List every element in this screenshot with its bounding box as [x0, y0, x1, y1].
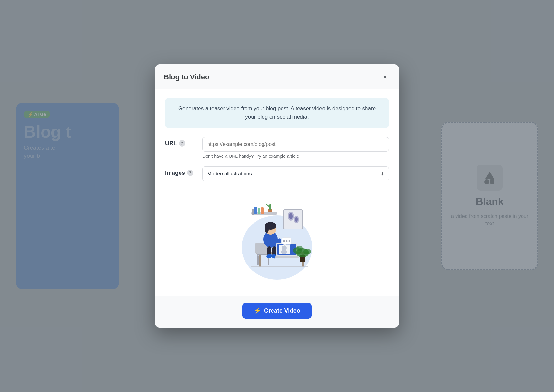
- svg-rect-18: [259, 254, 261, 267]
- svg-point-42: [289, 240, 290, 242]
- close-button[interactable]: ×: [380, 72, 390, 82]
- info-box: Generates a teaser video from your blog …: [165, 98, 389, 128]
- modal-header: Blog to Video ×: [155, 64, 399, 89]
- svg-point-36: [282, 245, 287, 251]
- svg-point-14: [289, 213, 293, 219]
- svg-point-27: [265, 227, 269, 233]
- svg-rect-38: [275, 256, 299, 258]
- modal-title: Blog to Video: [164, 73, 209, 81]
- svg-point-47: [303, 249, 311, 254]
- bolt-icon: ⚡: [254, 307, 261, 314]
- images-input-wrap: Modern illustrations Stock photos Abstra…: [202, 166, 389, 181]
- modal-body: Generates a teaser video from your blog …: [155, 89, 399, 296]
- svg-line-11: [267, 205, 269, 207]
- images-select-wrapper: Modern illustrations Stock photos Abstra…: [202, 166, 389, 181]
- url-label: URL ?: [165, 137, 197, 147]
- images-form-row: Images ? Modern illustrations Stock phot…: [165, 166, 389, 181]
- svg-rect-8: [261, 207, 264, 214]
- url-input-wrap: Don't have a URL handy? Try an example a…: [202, 137, 389, 159]
- url-help-icon[interactable]: ?: [179, 140, 185, 147]
- modern-illustration-preview: [232, 198, 322, 281]
- modal-footer: ⚡ Create Video: [155, 296, 399, 328]
- url-label-text: URL: [165, 140, 177, 147]
- svg-rect-5: [252, 209, 254, 215]
- images-help-icon[interactable]: ?: [187, 170, 193, 176]
- url-form-row: URL ? Don't have a URL handy? Try an exa…: [165, 137, 389, 159]
- url-hint[interactable]: Don't have a URL handy? Try an example a…: [202, 154, 389, 159]
- svg-point-40: [283, 240, 285, 242]
- svg-rect-6: [254, 207, 257, 214]
- svg-point-37: [281, 250, 287, 254]
- svg-point-41: [286, 240, 288, 242]
- images-select[interactable]: Modern illustrations Stock photos Abstra…: [202, 166, 389, 181]
- blog-to-video-modal: Blog to Video × Generates a teaser video…: [155, 64, 399, 328]
- images-label: Images ?: [165, 166, 197, 176]
- svg-rect-22: [257, 255, 259, 265]
- create-video-label: Create Video: [264, 307, 300, 314]
- svg-rect-12: [283, 210, 303, 229]
- svg-point-16: [295, 217, 298, 222]
- illustration-area: [165, 189, 389, 287]
- svg-rect-10: [269, 204, 271, 210]
- svg-rect-7: [258, 208, 260, 214]
- url-input[interactable]: [202, 137, 389, 152]
- images-label-text: Images: [165, 170, 185, 176]
- svg-point-48: [296, 246, 303, 251]
- create-video-button[interactable]: ⚡ Create Video: [242, 303, 312, 319]
- modal-backdrop: Blog to Video × Generates a teaser video…: [0, 0, 554, 392]
